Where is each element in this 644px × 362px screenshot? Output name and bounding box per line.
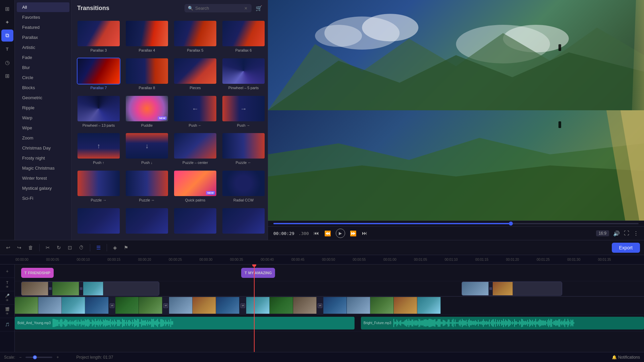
transition-parallax7[interactable]: Parallax 7 [76, 57, 121, 92]
track-control-audio[interactable]: 🎵 [0, 318, 14, 331]
upper-clip-group-right[interactable] [462, 282, 562, 296]
category-favorites[interactable]: Favorites [17, 12, 69, 22]
category-all[interactable]: All [17, 2, 69, 12]
fullscreen-icon[interactable]: ⛶ [624, 230, 629, 236]
search-clear-icon[interactable]: ✕ [244, 6, 248, 11]
transition-more2[interactable] [124, 206, 170, 237]
redo-btn[interactable]: ↪ [15, 243, 23, 252]
notifications-btn[interactable]: 🔔 Notifications [612, 355, 640, 360]
sidebar-item-transitions[interactable]: ⧉ [1, 29, 13, 42]
transition-parallax8[interactable]: Parallax 8 [124, 57, 170, 92]
timeline-content[interactable]: T FRIENDSHIP T MY AMAZING [15, 264, 644, 352]
transition-push-up[interactable]: ↑ Push ↑ [76, 131, 121, 166]
transition-pinwheel13[interactable]: Pinwheel – 13 parts [76, 94, 121, 129]
transition-push-right[interactable]: → Push → [221, 94, 266, 129]
category-galaxy[interactable]: Mystical galaxy [17, 183, 69, 193]
bottom-toolbar: ↩ ↪ 🗑 ✂ ↻ ⊡ ⏱ ☰ ◈ ⚑ Export [0, 240, 644, 255]
frame-forward-btn[interactable]: ⏩ [349, 230, 357, 237]
skip-to-end-btn[interactable]: ⏭ [361, 230, 368, 237]
sidebar-item-clock[interactable]: ◷ [1, 56, 13, 68]
transition-radial-ccw[interactable]: Radial CCW [221, 169, 266, 204]
play-btn[interactable]: ▶ [336, 229, 345, 238]
category-warp[interactable]: Warp [17, 113, 69, 123]
track-control-video[interactable]: 🎬 👁 [0, 305, 14, 318]
category-parallax[interactable]: Parallax [17, 33, 69, 42]
transition-pinwheel5[interactable]: Pinwheel – 5 parts [221, 57, 266, 92]
sidebar-item-home[interactable]: ⊞ [1, 3, 13, 15]
sidebar-item-text[interactable]: T [1, 43, 13, 55]
sidebar-item-magic[interactable]: ✦ [1, 16, 13, 28]
category-frosty[interactable]: Frosty night [17, 153, 69, 163]
transition-puzzle-lr[interactable]: Puzzle ↔ [124, 169, 170, 204]
search-input[interactable] [195, 6, 242, 11]
crop-btn[interactable]: ⊡ [66, 243, 74, 252]
transition-parallax4[interactable]: Parallax 4 [124, 19, 170, 54]
category-zoom[interactable]: Zoom [17, 133, 69, 143]
category-scifi[interactable]: Sci-Fi [17, 193, 69, 203]
timer-btn[interactable]: ⏱ [77, 243, 86, 252]
transition-parallax6[interactable]: Parallax 6 [221, 19, 266, 54]
preview-progress-bar[interactable] [273, 223, 639, 224]
transition-parallax5[interactable]: Parallax 5 [172, 19, 218, 54]
transition-parallax3[interactable]: Parallax 3 [76, 19, 121, 54]
upper-clip-group-left[interactable] [21, 282, 160, 296]
title-chip-friendship[interactable]: T FRIENDSHIP [21, 268, 54, 278]
category-artistic[interactable]: Artistic [17, 43, 69, 52]
category-circle[interactable]: Circle [17, 73, 69, 82]
marker-btn[interactable]: ◈ [111, 243, 119, 252]
scale-slider[interactable] [25, 357, 52, 358]
transition-more3[interactable] [172, 206, 218, 237]
audio-strip-2[interactable]: Bright_Future.mp3 [361, 317, 644, 329]
search-icon: 🔍 [188, 6, 193, 11]
category-fade[interactable]: Fade [17, 53, 69, 62]
category-winter[interactable]: Winter forest [17, 173, 69, 183]
resolution-badge[interactable]: 16:9 [596, 230, 609, 236]
transition-push-left[interactable]: ← Push ← [172, 94, 218, 129]
category-wipe[interactable]: Wipe [17, 123, 69, 133]
track-control-voice[interactable]: 🎤 👁 [0, 291, 14, 305]
transition-pieces[interactable]: Pieces [172, 57, 218, 92]
undo-btn[interactable]: ↩ [4, 243, 12, 252]
transition-puzzle-right[interactable]: Puzzle → [76, 169, 121, 204]
push-down-arrow: ↓ [145, 142, 149, 150]
volume-icon[interactable]: 🔊 [613, 230, 620, 237]
scale-thumb[interactable] [33, 355, 37, 359]
search-box[interactable]: 🔍 ✕ [184, 4, 252, 12]
category-geometric[interactable]: Geometric [17, 93, 69, 103]
frame-back-btn[interactable]: ⏪ [324, 230, 332, 237]
transition-more1[interactable] [76, 206, 121, 237]
skip-to-start-btn[interactable]: ⏮ [313, 230, 320, 237]
main-video-strip[interactable]: ⇄ ⇄ ⇄ [15, 297, 644, 314]
preview-progress-thumb[interactable] [509, 222, 513, 226]
toolbar-divider-2 [90, 244, 90, 251]
category-blocks[interactable]: Blocks [17, 83, 69, 93]
transition-puddle[interactable]: NEW Puddle [124, 94, 170, 129]
transition-quick-palms[interactable]: NEW Quick palms [172, 169, 218, 204]
transition-puzzle-left[interactable]: Puzzle ← [221, 131, 266, 166]
preview-settings-icon[interactable]: ⋮ [633, 230, 639, 237]
transition-puzzle-center[interactable]: Puzzle – center [172, 131, 218, 166]
list-btn[interactable]: ☰ [94, 243, 103, 252]
category-magic-christmas[interactable]: Magic Christmas [17, 163, 69, 173]
category-christmas[interactable]: Christmas Day [17, 143, 69, 153]
title-chip-myamazing[interactable]: T MY AMAZING [241, 268, 275, 278]
cut-btn[interactable]: ✂ [44, 243, 52, 252]
audio-strip-1[interactable]: Bold_And_Young.mp3 [15, 317, 355, 329]
track-control-title[interactable]: T 👁 [0, 278, 14, 291]
export-btn[interactable]: Export [612, 243, 640, 253]
preview-progress-fill [273, 223, 511, 224]
ruler-mark-6: 00:00:30 [199, 258, 230, 261]
track-control-add[interactable]: + [0, 264, 14, 278]
category-ripple[interactable]: Ripple [17, 103, 69, 113]
rotate-btn[interactable]: ↻ [55, 243, 63, 252]
preview-top-half [268, 0, 644, 110]
ruler-mark-18: 00:01:30 [567, 258, 598, 261]
delete-btn[interactable]: 🗑 [26, 243, 35, 252]
cart-icon[interactable]: 🛒 [256, 5, 262, 11]
transition-push-down[interactable]: ↓ Push ↓ [124, 131, 170, 166]
category-featured[interactable]: Featured [17, 22, 69, 32]
flag-btn[interactable]: ⚑ [122, 243, 130, 252]
sidebar-item-grid[interactable]: ⊞ [1, 70, 13, 82]
category-blur[interactable]: Blur [17, 63, 69, 72]
transition-more4[interactable] [221, 206, 266, 237]
